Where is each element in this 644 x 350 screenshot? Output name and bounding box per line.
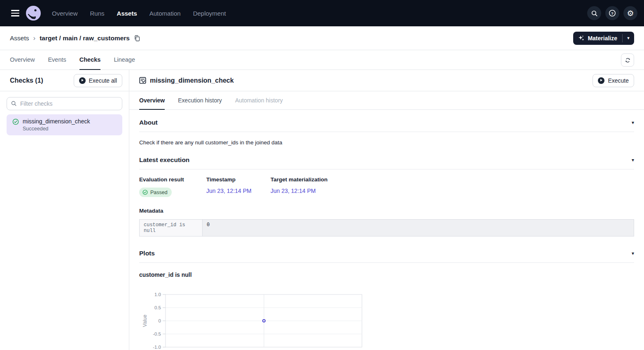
materialize-button[interactable]: Materialize [573, 32, 622, 45]
nav-item-runs[interactable]: Runs [90, 10, 105, 17]
tab-checks[interactable]: Checks [79, 50, 101, 70]
check-detail-tabs: Overview Execution history Automation hi… [129, 91, 644, 110]
play-icon [598, 77, 604, 84]
sparkle-icon [578, 35, 584, 41]
check-item-name: missing_dimension_check [23, 118, 90, 125]
chart-y-tick: 0.5 [154, 305, 161, 310]
metadata-heading: Metadata [139, 208, 634, 214]
tab-check-overview[interactable]: Overview [139, 91, 165, 110]
latest-execution-section-header: Latest execution ▾ [139, 156, 634, 169]
svg-text:?: ? [611, 11, 614, 16]
tab-overview[interactable]: Overview [10, 50, 35, 70]
search-button[interactable] [587, 6, 601, 20]
refresh-icon [625, 57, 631, 63]
hamburger-menu-icon[interactable] [8, 6, 22, 20]
nav-item-assets[interactable]: Assets [117, 10, 137, 17]
nav-item-overview[interactable]: Overview [52, 10, 78, 17]
check-list-item[interactable]: missing_dimension_check Succeeded [7, 114, 122, 135]
check-description: Check if there are any null customer_ids… [139, 139, 634, 146]
execute-all-label: Execute all [89, 77, 117, 84]
chart-y-axis-label: Value [142, 315, 148, 327]
tab-execution-history[interactable]: Execution history [178, 91, 222, 110]
timestamp-header: Timestamp [206, 176, 271, 183]
metadata-row: customer_id is null 0 [140, 220, 634, 236]
execute-label: Execute [608, 77, 629, 84]
help-button[interactable]: ? [605, 6, 619, 20]
about-heading: About [139, 119, 158, 126]
latest-execution-columns: Evaluation result Passed Timestamp [139, 176, 634, 197]
copy-icon [134, 35, 140, 42]
breadcrumb-bar: Assets › target / main / raw_customers M… [0, 26, 644, 50]
top-nav: Overview Runs Assets Automation Deployme… [0, 0, 644, 26]
checks-sidebar-header: Checks (1) Execute all [0, 70, 129, 91]
plots-heading: Plots [139, 250, 155, 257]
caret-down-icon: ▾ [627, 35, 630, 41]
checks-sidebar: Checks (1) Execute all missing [0, 70, 129, 350]
passed-badge: Passed [139, 188, 172, 197]
check-detail-panel: missing_dimension_check Execute Overview… [129, 70, 644, 350]
metadata-table: customer_id is null 0 [139, 219, 634, 236]
dagster-logo-icon[interactable] [26, 5, 41, 21]
refresh-button[interactable] [621, 53, 634, 67]
collapse-caret-icon[interactable]: ▾ [632, 158, 634, 162]
plot-title: customer_id is null [139, 271, 634, 278]
tab-events[interactable]: Events [48, 50, 66, 70]
tab-automation-history[interactable]: Automation history [235, 91, 283, 110]
gear-icon: ⚙ [627, 9, 634, 17]
chart-y-tick: 0 [159, 318, 161, 323]
latest-execution-heading: Latest execution [139, 156, 189, 164]
tab-lineage[interactable]: Lineage [114, 50, 135, 70]
check-item-status: Succeeded [23, 126, 90, 132]
collapse-caret-icon[interactable]: ▾ [632, 251, 634, 256]
nav-item-automation[interactable]: Automation [149, 10, 181, 17]
chart-y-tick: -1.0 [153, 345, 161, 350]
passed-label: Passed [150, 190, 168, 195]
materialize-label: Materialize [588, 35, 617, 42]
nav-item-deployment[interactable]: Deployment [193, 10, 226, 17]
materialize-split-button: Materialize ▾ [573, 32, 634, 45]
passed-check-icon [142, 190, 148, 195]
check-detail-header: missing_dimension_check Execute [129, 70, 644, 91]
value-scatter-chart: Value 1.0 0.5 [139, 289, 634, 350]
target-materialization-link[interactable]: Jun 23, 12:14 PM [271, 188, 316, 194]
breadcrumb-separator-icon: › [33, 34, 36, 42]
materialize-dropdown-button[interactable]: ▾ [623, 32, 634, 45]
evaluation-result-header: Evaluation result [139, 176, 206, 183]
filter-search-icon [11, 100, 17, 107]
breadcrumb-assets-link[interactable]: Assets [10, 35, 29, 42]
primary-nav: Overview Runs Assets Automation Deployme… [52, 10, 226, 17]
check-success-icon [12, 118, 19, 125]
metadata-value: 0 [203, 220, 634, 236]
chart-data-point [263, 320, 265, 322]
execute-button[interactable]: Execute [593, 74, 634, 87]
timestamp-link[interactable]: Jun 23, 12:14 PM [206, 188, 252, 194]
checks-list-panel: missing_dimension_check Succeeded [0, 91, 129, 141]
chart-y-tick: 1.0 [154, 292, 161, 297]
play-icon [79, 77, 86, 84]
search-icon [591, 10, 598, 17]
metadata-key: customer_id is null [140, 220, 203, 236]
execute-all-button[interactable]: Execute all [74, 74, 122, 87]
content-area: Checks (1) Execute all missing [0, 70, 644, 350]
plots-section-header: Plots ▾ [139, 250, 634, 263]
checks-count-title: Checks (1) [10, 77, 43, 84]
filter-checks-input[interactable] [7, 97, 122, 110]
collapse-caret-icon[interactable]: ▾ [632, 120, 634, 125]
target-materialization-header: Target materialization [271, 176, 328, 183]
breadcrumb-asset-path[interactable]: target / main / raw_customers [40, 35, 130, 42]
about-section-header: About ▾ [139, 119, 634, 132]
asset-tabs: Overview Events Checks Lineage [0, 50, 644, 70]
copy-asset-path-button[interactable] [134, 35, 140, 42]
asset-check-icon [139, 77, 146, 84]
chart-y-tick: -0.5 [153, 331, 161, 336]
check-title: missing_dimension_check [150, 77, 234, 84]
settings-button[interactable]: ⚙ [623, 6, 637, 20]
check-overview-body: About ▾ Check if there are any null cust… [129, 110, 644, 350]
help-icon: ? [609, 9, 616, 17]
